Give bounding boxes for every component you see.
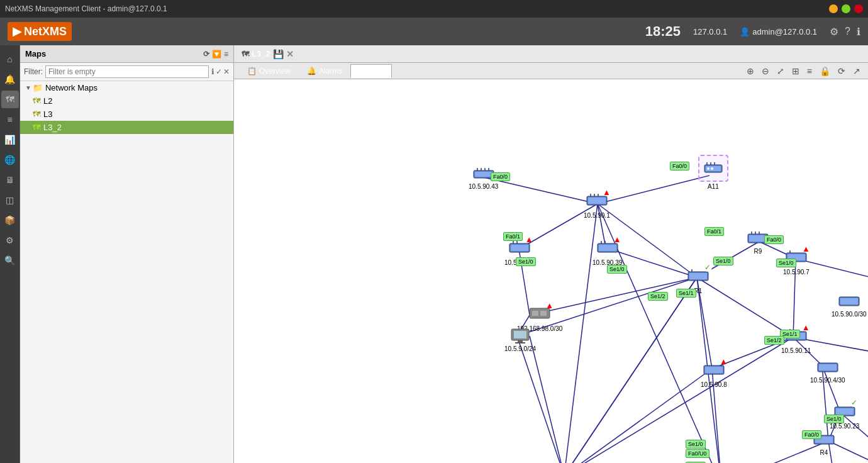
sidebar-icon-home[interactable]: ⌂ bbox=[1, 50, 19, 68]
link-label-se10-28: Se1/0 bbox=[686, 440, 706, 449]
tab-close-button[interactable]: ✕ bbox=[286, 49, 294, 59]
tree-item-network-maps[interactable]: ▼ 📁 Network Maps bbox=[20, 81, 233, 94]
lock-icon[interactable]: 🔒 bbox=[817, 65, 833, 77]
svg-rect-82 bbox=[599, 245, 616, 251]
refresh-icon[interactable]: ⟳ bbox=[835, 65, 848, 77]
align-icon[interactable]: ≡ bbox=[804, 65, 815, 77]
header-time: 18:25 bbox=[645, 23, 681, 40]
tab-title-L3_2[interactable]: 🗺 L3_2 💾 ✕ bbox=[236, 48, 299, 60]
svg-rect-121 bbox=[836, 408, 854, 415]
sidebar-icon-search[interactable]: 🔍 bbox=[1, 252, 19, 269]
filter-input[interactable] bbox=[45, 65, 209, 78]
zoom-out-icon[interactable]: ⊖ bbox=[759, 65, 772, 77]
sidebar-icon-globe[interactable]: 🌐 bbox=[1, 151, 19, 169]
sidebar-icon-settings[interactable]: ⚙ bbox=[1, 232, 19, 249]
tab-map[interactable]: 🗺 Map bbox=[350, 64, 391, 78]
link-label-fa00-r9: Fa0/0 bbox=[764, 235, 784, 244]
node-1059008[interactable]: ▲ 10.5.90.8 bbox=[701, 360, 727, 388]
tree-item-L3[interactable]: 🗺 L3 bbox=[20, 108, 233, 121]
tree-header: Maps ⟳ 🔽 ≡ bbox=[20, 45, 233, 63]
overview-icon: 📋 bbox=[247, 67, 257, 75]
minimize-button[interactable] bbox=[829, 4, 838, 13]
node-10590924-label: 10.5.9.0/24 bbox=[504, 345, 536, 352]
node-R4-label: R4 bbox=[820, 449, 828, 456]
link-label-se12-1: Se1/2 bbox=[648, 292, 668, 301]
svg-line-51 bbox=[564, 337, 793, 463]
node-10590039[interactable]: ▲ 10.5.90.39 bbox=[593, 238, 622, 266]
filter-clear-icon[interactable]: ✕ bbox=[223, 67, 230, 76]
sidebar-icon-screen[interactable]: 🖥 bbox=[1, 171, 19, 189]
sidebar-icon-chart[interactable]: 📊 bbox=[1, 131, 19, 148]
view-tabs: 📋 Overview 🔔 Alarms 🗺 Map ⊕ ⊖ ⤢ ⊞ ≡ 🔒 ⟳ … bbox=[234, 63, 868, 79]
info-icon[interactable]: ℹ bbox=[857, 26, 860, 38]
link-label-fa00-r4: Fa0/0 bbox=[802, 430, 821, 439]
tree-item-L3_2[interactable]: 🗺 L3_2 bbox=[20, 121, 233, 134]
filter-info-icon[interactable]: ℹ bbox=[211, 67, 214, 76]
link-label-fa01-1: Fa0/1 bbox=[503, 232, 523, 241]
tab-overview[interactable]: 📋 Overview bbox=[239, 64, 299, 78]
node-sw-top-label: 10.5.90.43 bbox=[469, 183, 498, 190]
map-icon: 🗺 bbox=[359, 67, 366, 75]
export-icon[interactable]: ↗ bbox=[850, 65, 863, 77]
tree-filter-icon[interactable]: 🔽 bbox=[212, 50, 221, 59]
svg-rect-104 bbox=[540, 311, 547, 316]
sidebar-icon-map[interactable]: 🗺 bbox=[1, 91, 19, 108]
user-label: admin@127.0.0.1 bbox=[752, 27, 817, 36]
svg-rect-103 bbox=[532, 311, 538, 316]
svg-rect-107 bbox=[518, 340, 523, 342]
close-button[interactable] bbox=[854, 4, 863, 13]
node-A11[interactable]: A11 bbox=[698, 155, 728, 190]
zoom-in-icon[interactable]: ⊕ bbox=[744, 65, 757, 77]
sidebar-icon-package[interactable]: 📦 bbox=[1, 211, 19, 229]
svg-rect-108 bbox=[515, 342, 525, 343]
svg-point-57 bbox=[711, 167, 713, 170]
help-icon[interactable]: ? bbox=[845, 26, 850, 38]
tab-map-icon: 🗺 bbox=[242, 50, 249, 59]
map-canvas[interactable]: Fa0/0 Fa0/0 Fa0/1 Se1/0 Se1/0 Fa0/1 Fa0/… bbox=[234, 79, 868, 463]
tab-alarms[interactable]: 🔔 Alarms bbox=[299, 64, 350, 78]
tree-arrow-network-maps: ▼ bbox=[25, 84, 31, 91]
tab-bar: 🗺 L3_2 💾 ✕ bbox=[234, 45, 868, 63]
grid-icon[interactable]: ⊞ bbox=[789, 65, 802, 77]
zoom-fit-icon[interactable]: ⤢ bbox=[774, 65, 787, 77]
node-10590924[interactable]: 10.5.9.0/24 bbox=[504, 326, 536, 352]
filter-label: Filter: bbox=[24, 67, 43, 76]
tree-sync-icon[interactable]: ⟳ bbox=[203, 50, 209, 59]
link-label-se10-r1: Se1/0 bbox=[713, 257, 733, 265]
node-A11-label: A11 bbox=[708, 183, 719, 190]
link-label-fa00-top: Fa0/0 bbox=[491, 172, 510, 181]
node-10590030-label: 10.5.90.0/30 bbox=[832, 311, 867, 318]
node-10590011-label: 10.5.90.11 bbox=[781, 347, 811, 354]
svg-line-50 bbox=[564, 277, 697, 463]
maximize-button[interactable] bbox=[842, 4, 850, 13]
filter-apply-icon[interactable]: ✓ bbox=[216, 67, 222, 76]
settings-icon[interactable]: ⚙ bbox=[830, 26, 838, 38]
tree-item-L2[interactable]: 🗺 L2 bbox=[20, 94, 233, 108]
L3-label: L3 bbox=[43, 109, 52, 119]
node-10590430[interactable]: 10.5.90.4/30 bbox=[810, 358, 845, 384]
sidebar-icon-layers2[interactable]: ◫ bbox=[1, 191, 19, 209]
overview-label: Overview bbox=[259, 67, 291, 75]
tree-header-label: Maps bbox=[25, 49, 46, 59]
node-r1-center[interactable]: ▲ 10.5.90.1 bbox=[584, 191, 610, 219]
main-layout: ⌂ 🔔 🗺 ≡ 📊 🌐 🖥 ◫ 📦 ⚙ 🔍 Maps ⟳ 🔽 ≡ Filter:… bbox=[0, 45, 868, 463]
sidebar-icon-layers[interactable]: ≡ bbox=[1, 111, 19, 128]
link-label-fa0u0: Fa0/U0 bbox=[686, 449, 709, 458]
header-user: 👤 admin@127.0.0.1 bbox=[740, 27, 817, 36]
map-connections-svg bbox=[234, 79, 868, 463]
link-label-se10-2: Se1/0 bbox=[607, 265, 627, 274]
titlebar-text: NetXMS Management Client - admin@127.0.0… bbox=[5, 4, 167, 13]
svg-line-1 bbox=[598, 176, 709, 204]
sidebar-icon-bell[interactable]: 🔔 bbox=[1, 70, 19, 88]
svg-line-28 bbox=[517, 336, 564, 463]
header-ip: 127.0.0.1 bbox=[693, 27, 727, 36]
link-label-se10-1: Se1/0 bbox=[516, 257, 536, 266]
tree-options-icon[interactable]: ≡ bbox=[224, 50, 228, 59]
L3_2-label: L3_2 bbox=[43, 123, 62, 132]
alert-icon-35: ▲ bbox=[525, 235, 533, 244]
node-10590030[interactable]: 10.5.90.0/30 bbox=[832, 292, 867, 318]
svg-rect-92 bbox=[689, 273, 707, 279]
svg-rect-115 bbox=[705, 367, 723, 373]
tab-save-icon[interactable]: 💾 bbox=[273, 49, 284, 59]
logo-icon: ▶ bbox=[13, 25, 21, 38]
